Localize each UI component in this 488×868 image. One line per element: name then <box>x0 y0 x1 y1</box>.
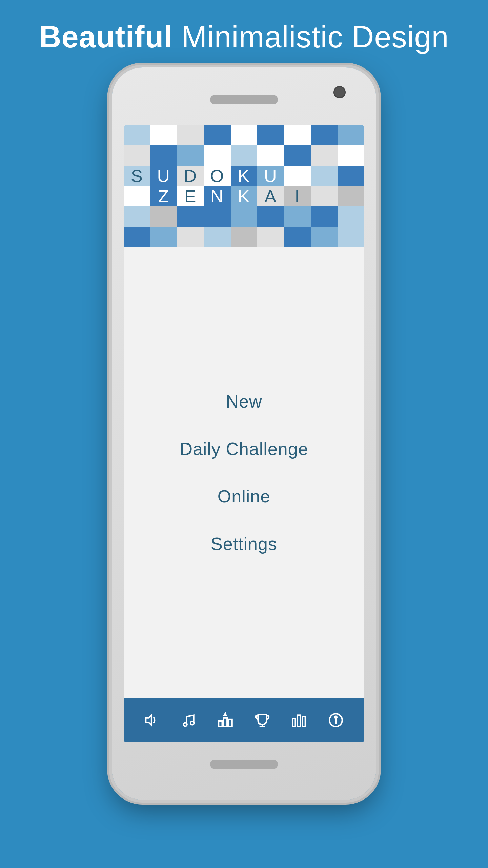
svg-rect-9 <box>293 719 296 727</box>
menu-settings[interactable]: Settings <box>124 524 364 564</box>
trophy-icon[interactable] <box>252 710 272 730</box>
menu-online[interactable]: Online <box>124 476 364 517</box>
bottom-toolbar <box>124 698 364 742</box>
svg-rect-3 <box>219 721 222 727</box>
front-camera <box>333 86 346 98</box>
svg-rect-4 <box>224 718 227 727</box>
phone-bottom-bar <box>112 742 376 786</box>
svg-marker-0 <box>146 715 151 725</box>
svg-marker-6 <box>224 713 226 716</box>
menu-area: New Daily Challenge Online Settings <box>124 247 364 698</box>
leaderboard-icon[interactable] <box>216 710 236 730</box>
svg-point-2 <box>191 721 194 725</box>
info-icon[interactable] <box>326 710 346 730</box>
svg-rect-5 <box>228 719 232 727</box>
svg-rect-11 <box>303 717 305 727</box>
home-bar <box>210 760 278 769</box>
svg-point-14 <box>335 716 337 718</box>
title-bold: Beautiful <box>39 20 172 54</box>
svg-rect-10 <box>298 715 300 726</box>
svg-point-1 <box>184 723 187 726</box>
speaker <box>210 95 278 104</box>
phone-top-bar <box>112 67 376 122</box>
music-icon[interactable] <box>179 710 199 730</box>
title-regular: Minimalistic Design <box>172 20 449 54</box>
sudoku-grid-bg: S U D O K U Z E N K A I <box>124 125 364 247</box>
menu-new[interactable]: New <box>124 381 364 422</box>
phone-body: S U D O K U Z E N K A I <box>112 67 376 800</box>
logo-area: S U D O K U Z E N K A I <box>124 125 364 247</box>
volume-icon[interactable] <box>142 710 162 730</box>
page-header: Beautiful Minimalistic Design <box>0 0 488 67</box>
phone-frame: S U D O K U Z E N K A I <box>112 67 376 868</box>
stats-icon[interactable] <box>289 710 309 730</box>
phone-screen: S U D O K U Z E N K A I <box>124 125 364 742</box>
menu-daily-challenge[interactable]: Daily Challenge <box>124 429 364 469</box>
